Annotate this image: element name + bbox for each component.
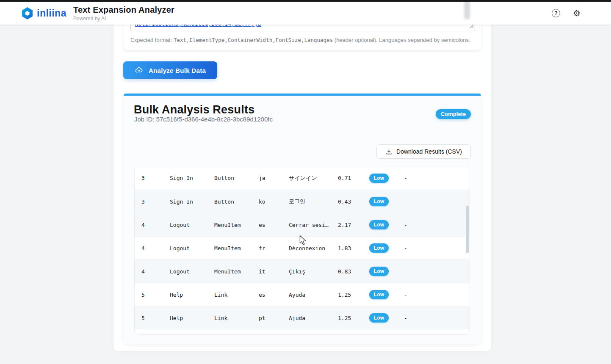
textarea-resize-handle[interactable] (470, 24, 474, 30)
cell-expansion-ratio: 0.43 (338, 199, 369, 205)
cell-source-text: Logout (170, 222, 214, 228)
results-job-id: Job ID: 57c516f5-d366-4e4b-8c28-3bc89d12… (134, 116, 273, 123)
format-hint-suffix: (header optional). Languages separated b… (333, 37, 470, 43)
cell-expansion-ratio: 1.83 (338, 245, 369, 251)
cell-source-text: Logout (170, 245, 214, 251)
cell-source-text: Help (170, 315, 214, 321)
risk-badge: Low (369, 174, 389, 183)
textarea-scrollbar-ghost (464, 1, 470, 19)
cell-element-type: MenuItem (214, 268, 259, 275)
cell-element-type: MenuItem (214, 245, 259, 251)
table-row[interactable]: 4 Logout MenuItem it Çıkış 0.83 Low - (135, 259, 470, 283)
cell-translation: 로그인 (289, 198, 338, 205)
analyze-button-label: Analyze Bulk Data (149, 67, 206, 74)
cell-translation: Cerrar sesi… (289, 222, 338, 228)
cell-expansion-ratio: 0.71 (338, 175, 369, 181)
cell-language: ko (259, 199, 289, 205)
table-row[interactable]: 5 Help Link pt Ajuda 1.25 Low - (135, 306, 470, 329)
brand-logo: inliina (21, 7, 66, 20)
cell-expansion-ratio: 0.83 (338, 268, 369, 275)
cell-language: fr (259, 245, 289, 251)
cell-risk: Low (369, 174, 404, 183)
gear-icon[interactable]: ⚙ (573, 9, 581, 17)
cell-source-text: Sign In (170, 199, 214, 205)
results-table-body: 3 Sign In Button ja サインイン 0.71 Low - 3 S… (135, 166, 470, 329)
table-row[interactable]: 4 Logout MenuItem fr Déconnexion 1.83 Lo… (135, 236, 470, 259)
cell-translation: サインイン (289, 174, 338, 182)
download-icon (385, 148, 393, 155)
cell-risk: Low (369, 267, 404, 276)
bulk-input-card: Notifications,MenuItem,200,14,de;fr;ja E… (124, 24, 481, 50)
cell-row-id: 4 (141, 245, 170, 251)
risk-badge: Low (369, 290, 389, 299)
cell-language: pt (259, 315, 289, 321)
table-row[interactable]: 3 Sign In Button ja サインイン 0.71 Low - (135, 166, 470, 190)
cell-language: it (259, 268, 289, 275)
page-title: Text Expansion Analyzer (73, 5, 174, 15)
page-subtitle: Powered by AI (73, 16, 174, 22)
cell-overflow: - (404, 268, 470, 275)
cell-row-id: 3 (141, 199, 170, 205)
cell-risk: Low (369, 290, 404, 299)
format-hint: Expected format: Text,ElementType,Contai… (130, 37, 470, 43)
cell-row-id: 5 (141, 292, 170, 298)
cell-translation: Ajuda (289, 315, 338, 321)
header-actions: ? ⚙ (552, 2, 581, 25)
cell-language: es (259, 292, 289, 298)
download-results-button[interactable]: Download Results (CSV) (376, 144, 471, 159)
cell-risk: Low (369, 243, 404, 253)
cell-expansion-ratio: 1.25 (338, 315, 369, 321)
status-badge: Complete (436, 109, 471, 119)
cell-expansion-ratio: 1.25 (338, 292, 369, 298)
cell-risk: Low (369, 197, 404, 206)
table-row[interactable]: 5 Help Link es Ayuda 1.25 Low - (135, 283, 470, 306)
hexagon-icon (21, 7, 33, 20)
title-block: Text Expansion Analyzer Powered by AI (73, 5, 174, 22)
risk-badge: Low (369, 267, 389, 276)
cell-translation: Çıkış (289, 268, 338, 275)
risk-badge: Low (369, 313, 389, 323)
cell-expansion-ratio: 2.17 (338, 222, 369, 228)
results-table: 3 Sign In Button ja サインイン 0.71 Low - 3 S… (134, 166, 470, 335)
cell-overflow: - (404, 245, 470, 251)
brand-name: inliina (37, 8, 66, 19)
cell-row-id: 4 (141, 222, 170, 228)
cell-overflow: - (404, 175, 470, 181)
cell-source-text: Sign In (170, 175, 214, 181)
risk-badge: Low (369, 197, 389, 206)
bulk-data-textarea[interactable]: Notifications,MenuItem,200,14,de;fr;ja (130, 24, 475, 31)
help-icon[interactable]: ? (552, 9, 560, 17)
table-scrollbar-thumb[interactable] (466, 206, 469, 253)
table-row[interactable]: 4 Logout MenuItem es Cerrar sesi… 2.17 L… (135, 213, 470, 236)
cell-risk: Low (369, 220, 404, 229)
app-root: Notifications,MenuItem,200,14,de;fr;ja E… (0, 0, 611, 364)
risk-badge: Low (369, 243, 389, 253)
cell-row-id: 5 (141, 315, 170, 321)
table-row[interactable]: 3 Sign In Button ko 로그인 0.43 Low - (135, 190, 470, 213)
cell-overflow: - (404, 199, 470, 205)
risk-badge: Low (369, 220, 389, 229)
app-header: inliina Text Expansion Analyzer Powered … (0, 2, 611, 25)
cell-language: ja (259, 175, 289, 181)
download-button-label: Download Results (CSV) (396, 148, 462, 155)
cell-element-type: Button (214, 175, 259, 181)
cell-translation: Ayuda (289, 292, 338, 298)
cell-source-text: Logout (170, 268, 214, 275)
cell-translation: Déconnexion (289, 245, 338, 251)
window-top-edge (0, 0, 611, 2)
cell-element-type: Button (214, 199, 259, 205)
cell-element-type: MenuItem (214, 222, 259, 228)
format-hint-code: Text,ElementType,ContainerWidth,FontSize… (174, 37, 333, 43)
cell-source-text: Help (170, 292, 214, 298)
cell-risk: Low (369, 313, 404, 323)
cell-overflow: - (404, 292, 470, 298)
cell-language: es (259, 222, 289, 228)
cell-element-type: Link (214, 292, 259, 298)
cell-element-type: Link (214, 315, 259, 321)
cell-row-id: 4 (141, 268, 170, 275)
bulk-results-card: Bulk Analysis Results Job ID: 57c516f5-d… (124, 94, 481, 344)
analyze-bulk-data-button[interactable]: Analyze Bulk Data (123, 61, 217, 79)
cell-overflow: - (404, 222, 470, 228)
cloud-upload-icon (135, 66, 144, 75)
results-title: Bulk Analysis Results (134, 103, 254, 116)
